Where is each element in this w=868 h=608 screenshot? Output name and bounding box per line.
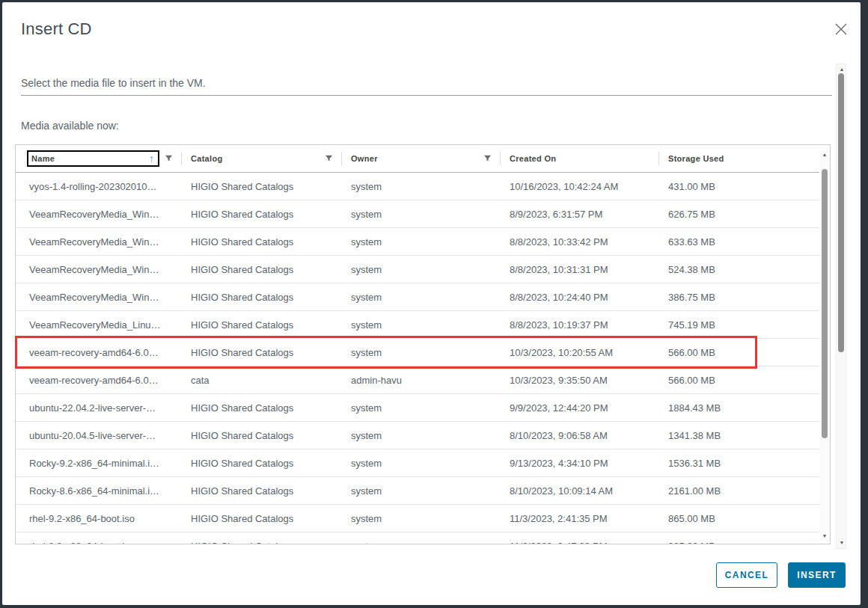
table-row[interactable]: veeam-recovery-amd64-6.0…cataadmin-havu1… <box>16 366 830 394</box>
cell-owner: system <box>342 292 501 303</box>
cell-name: VeeamRecoveryMedia_Win… <box>16 264 182 275</box>
column-header-name[interactable]: Name ↑ <box>16 145 182 172</box>
cell-catalog: HIGIO Shared Catalogs <box>182 292 342 303</box>
table-row[interactable]: Rocky-8.6-x86_64-minimal.i…HIGIO Shared … <box>16 477 830 505</box>
dialog-scrollbar[interactable]: ▲ ▼ <box>836 64 846 549</box>
table-scrollbar[interactable]: ▲ ▼ <box>819 150 830 541</box>
cell-created-on: 8/8/2023, 10:24:40 PM <box>501 292 659 303</box>
cell-catalog: HIGIO Shared Catalogs <box>182 485 342 497</box>
column-label-catalog: Catalog <box>191 154 222 163</box>
insert-cd-modal: Insert CD Select the media file to inser… <box>2 2 861 605</box>
cell-storage-used: 2161.00 MB <box>659 485 830 497</box>
cell-owner: system <box>342 319 501 331</box>
table-row[interactable]: Rocky-9.2-x86_64-minimal.i…HIGIO Shared … <box>16 449 830 477</box>
cell-name: Rocky-8.6-x86_64-minimal.i… <box>16 485 182 497</box>
cell-storage-used: 524.38 MB <box>659 264 830 275</box>
cell-catalog: HIGIO Shared Catalogs <box>182 236 342 248</box>
cell-name: rhel-9.2-x86_64-boot.iso <box>16 513 182 524</box>
cell-created-on: 8/8/2023, 10:19:37 PM <box>501 319 659 331</box>
cell-storage-used: 1536.31 MB <box>659 458 830 469</box>
cell-created-on: 8/9/2023, 6:31:57 PM <box>501 209 659 220</box>
cell-storage-used: 626.75 MB <box>659 209 830 220</box>
cell-owner: system <box>342 485 501 497</box>
cell-storage-used: 386.75 MB <box>659 292 830 303</box>
cell-owner: system <box>342 513 501 524</box>
column-label-storage-used: Storage Used <box>668 154 724 163</box>
media-table: Name ↑ Catalog Owner <box>15 144 831 544</box>
cell-catalog: HIGIO Shared Catalogs <box>182 209 342 220</box>
cell-owner: system <box>342 347 501 358</box>
filter-icon[interactable] <box>483 152 492 165</box>
cancel-button[interactable]: CANCEL <box>716 562 777 588</box>
dialog-scrollbar-thumb[interactable] <box>838 73 844 352</box>
table-row[interactable]: rhel-8.8-x86_64-boot.isoHIGIO Shared Cat… <box>16 532 830 544</box>
media-available-label: Media available now: <box>21 120 119 132</box>
cell-catalog: HIGIO Shared Catalogs <box>182 541 342 545</box>
table-row[interactable]: ubuntu-20.04.5-live-server-…HIGIO Shared… <box>16 422 830 449</box>
cell-owner: system <box>342 541 501 545</box>
scroll-up-icon[interactable]: ▲ <box>819 150 830 159</box>
column-header-catalog[interactable]: Catalog <box>182 145 342 172</box>
cell-owner: system <box>342 402 501 414</box>
insert-cd-screen: Insert CD Select the media file to inser… <box>0 0 868 608</box>
table-row-highlighted[interactable]: veeam-recovery-amd64-6.0…HIGIO Shared Ca… <box>16 339 830 366</box>
table-scrollbar-thumb[interactable] <box>822 169 828 438</box>
cell-created-on: 8/8/2023, 10:31:31 PM <box>501 264 659 275</box>
scroll-down-icon[interactable]: ▼ <box>819 532 830 541</box>
cell-name: rhel-8.8-x86_64-boot.iso <box>16 541 182 545</box>
cell-created-on: 11/3/2023, 2:41:35 PM <box>501 513 659 524</box>
cell-created-on: 9/9/2023, 12:44:20 PM <box>501 402 659 414</box>
cell-catalog: HIGIO Shared Catalogs <box>182 319 342 331</box>
cell-created-on: 8/10/2023, 10:09:14 AM <box>501 485 659 497</box>
table-row[interactable]: rhel-9.2-x86_64-boot.isoHIGIO Shared Cat… <box>16 505 830 532</box>
table-row[interactable]: ubuntu-22.04.2-live-server-…HIGIO Shared… <box>16 394 830 422</box>
cell-created-on: 11/3/2023, 2:47:02 PM <box>501 541 659 545</box>
cell-storage-used: 566.00 MB <box>659 375 830 386</box>
filter-icon[interactable] <box>325 152 333 165</box>
cell-storage-used: 431.00 MB <box>659 181 830 192</box>
cell-owner: admin-havu <box>342 375 501 386</box>
cell-storage-used: 745.19 MB <box>659 319 830 331</box>
table-row[interactable]: VeeamRecoveryMedia_Win…HIGIO Shared Cata… <box>16 283 830 311</box>
column-label-created-on: Created On <box>510 154 556 163</box>
cell-name: veeam-recovery-amd64-6.0… <box>16 347 182 358</box>
scroll-down-icon[interactable]: ▼ <box>837 538 847 547</box>
cell-storage-used: 633.63 MB <box>659 236 830 248</box>
cell-catalog: HIGIO Shared Catalogs <box>182 264 342 275</box>
table-row[interactable]: VeeamRecoveryMedia_Win…HIGIO Shared Cata… <box>16 256 830 283</box>
cell-catalog: HIGIO Shared Catalogs <box>182 458 342 469</box>
cell-storage-used: 865.00 MB <box>659 513 830 524</box>
cell-name: ubuntu-22.04.2-live-server-… <box>16 402 182 414</box>
cell-created-on: 8/8/2023, 10:33:42 PM <box>501 236 659 248</box>
cell-storage-used: 985.00 MB <box>659 541 830 545</box>
cell-owner: system <box>342 181 501 192</box>
column-header-storage-used[interactable]: Storage Used <box>659 145 830 172</box>
column-header-created-on[interactable]: Created On <box>501 145 659 172</box>
table-row[interactable]: VeeamRecoveryMedia_Win…HIGIO Shared Cata… <box>16 228 830 256</box>
cell-owner: system <box>342 430 501 441</box>
cell-name: veeam-recovery-amd64-6.0… <box>16 375 182 386</box>
cell-storage-used: 1341.38 MB <box>659 430 830 441</box>
sort-ascending-icon[interactable]: ↑ <box>149 153 154 164</box>
cell-created-on: 9/13/2023, 4:34:10 PM <box>501 458 659 469</box>
table-row[interactable]: VeeamRecoveryMedia_Win…HIGIO Shared Cata… <box>16 200 830 228</box>
cell-name: VeeamRecoveryMedia_Win… <box>16 292 182 303</box>
table-header-row: Name ↑ Catalog Owner <box>16 145 830 173</box>
cell-created-on: 10/3/2023, 10:20:55 AM <box>501 347 659 358</box>
table-row[interactable]: vyos-1.4-rolling-202302010…HIGIO Shared … <box>16 173 830 200</box>
dialog-subtitle: Select the media file to insert in the V… <box>21 77 206 89</box>
insert-button[interactable]: INSERT <box>788 562 846 588</box>
column-header-owner[interactable]: Owner <box>342 145 501 172</box>
cell-created-on: 8/10/2023, 9:06:58 AM <box>501 430 659 441</box>
cell-storage-used: 1884.43 MB <box>659 402 830 414</box>
filter-icon[interactable] <box>165 152 173 165</box>
cell-created-on: 10/3/2023, 9:35:50 AM <box>501 375 659 386</box>
close-button[interactable] <box>831 20 851 40</box>
cell-owner: system <box>342 458 501 469</box>
table-row[interactable]: VeeamRecoveryMedia_Linu…HIGIO Shared Cat… <box>16 311 830 339</box>
cell-catalog: HIGIO Shared Catalogs <box>182 347 342 358</box>
cell-catalog: HIGIO Shared Catalogs <box>182 402 342 414</box>
cell-name: VeeamRecoveryMedia_Linu… <box>16 319 182 331</box>
cell-created-on: 10/16/2023, 10:42:24 AM <box>501 181 659 192</box>
table-body: vyos-1.4-rolling-202302010…HIGIO Shared … <box>16 173 830 544</box>
